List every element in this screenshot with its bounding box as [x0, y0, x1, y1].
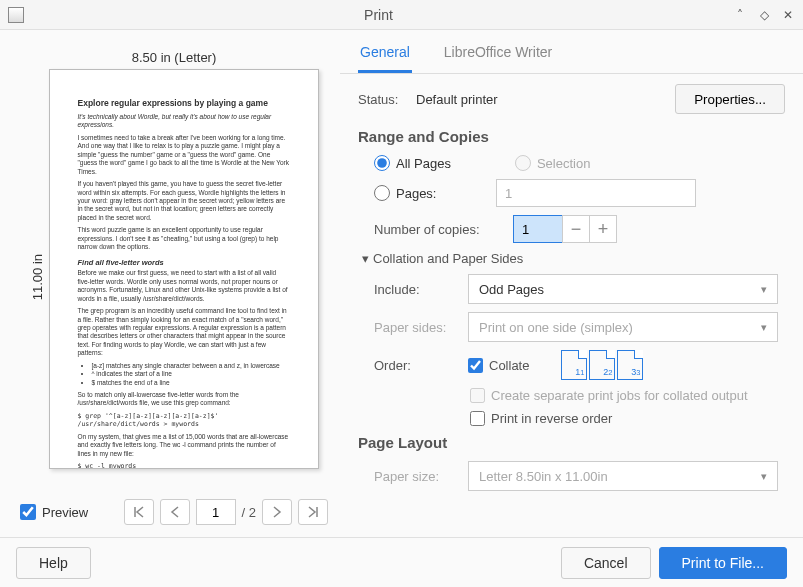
first-page-button[interactable] [124, 499, 154, 525]
separate-jobs-checkbox-row: Create separate print jobs for collated … [470, 388, 748, 403]
page-total-label: / 2 [242, 505, 256, 520]
section-range-copies: Range and Copies [358, 128, 785, 145]
tab-bar: General LibreOffice Writer [340, 30, 803, 74]
tab-general[interactable]: General [358, 38, 412, 73]
preview-page: Explore regular expressions by playing a… [49, 69, 319, 469]
cancel-button[interactable]: Cancel [561, 547, 651, 579]
window-minimize-icon[interactable]: ˄ [733, 8, 747, 22]
paper-sides-label: Paper sides: [374, 320, 456, 335]
last-page-button[interactable] [298, 499, 328, 525]
doc-title: Explore regular expressions by playing a… [78, 98, 290, 109]
subsection-collation[interactable]: ▾ Collation and Paper Sides [358, 251, 785, 266]
tab-writer[interactable]: LibreOffice Writer [442, 38, 554, 73]
reverse-order-checkbox[interactable] [470, 411, 485, 426]
order-label: Order: [374, 358, 456, 373]
status-value: Default printer [416, 92, 498, 107]
copies-increment-button[interactable]: + [589, 215, 617, 243]
last-page-icon [307, 506, 319, 518]
paper-size-select: Letter 8.50in x 11.00in [468, 461, 778, 491]
paper-width-label: 8.50 in (Letter) [20, 50, 328, 65]
window-close-icon[interactable]: ✕ [781, 8, 795, 22]
paper-sides-select: Print on one side (simplex) [468, 312, 778, 342]
page-number-input[interactable] [196, 499, 236, 525]
pages-radio[interactable] [374, 185, 390, 201]
copies-decrement-button[interactable]: − [562, 215, 590, 243]
copies-spinner: − + [514, 215, 617, 243]
preview-panel: 8.50 in (Letter) 11.00 in Explore regula… [0, 30, 340, 537]
print-dialog: Print ˄ ◇ ✕ 8.50 in (Letter) 11.00 in Ex… [0, 0, 803, 587]
chevron-left-icon [170, 506, 180, 518]
selection-radio-row: Selection [515, 155, 590, 171]
titlebar: Print ˄ ◇ ✕ [0, 0, 803, 30]
section-page-layout: Page Layout [358, 434, 785, 451]
separate-jobs-checkbox [470, 388, 485, 403]
preview-nav: Preview / 2 [20, 499, 328, 525]
print-to-file-button[interactable]: Print to File... [659, 547, 787, 579]
paper-size-label: Paper size: [374, 469, 456, 484]
dialog-footer: Help Cancel Print to File... [0, 537, 803, 587]
all-pages-radio[interactable] [374, 155, 390, 171]
copies-input[interactable] [513, 215, 563, 243]
paper-height-label: 11.00 in [30, 254, 45, 300]
prev-page-button[interactable] [160, 499, 190, 525]
window-icon [8, 7, 24, 23]
collate-checkbox[interactable] [468, 358, 483, 373]
preview-checkbox-label: Preview [42, 505, 88, 520]
expand-collapse-icon: ▾ [362, 251, 369, 266]
include-label: Include: [374, 282, 456, 297]
include-select[interactable]: Odd Pages [468, 274, 778, 304]
properties-button[interactable]: Properties... [675, 84, 785, 114]
status-label: Status: [358, 92, 408, 107]
collate-checkbox-row[interactable]: Collate [468, 358, 529, 373]
window-maximize-icon[interactable]: ◇ [757, 8, 771, 22]
chevron-right-icon [272, 506, 282, 518]
all-pages-radio-row[interactable]: All Pages [374, 155, 451, 171]
settings-panel: General LibreOffice Writer Status: Defau… [340, 30, 803, 537]
collate-icon: 11 22 33 [561, 350, 643, 380]
next-page-button[interactable] [262, 499, 292, 525]
help-button[interactable]: Help [16, 547, 91, 579]
first-page-icon [133, 506, 145, 518]
reverse-order-checkbox-row[interactable]: Print in reverse order [470, 411, 612, 426]
selection-radio [515, 155, 531, 171]
window-title: Print [24, 7, 733, 23]
pages-input [496, 179, 696, 207]
copies-label: Number of copies: [374, 222, 502, 237]
pages-radio-row[interactable]: Pages: [374, 185, 484, 201]
preview-checkbox[interactable] [20, 504, 36, 520]
